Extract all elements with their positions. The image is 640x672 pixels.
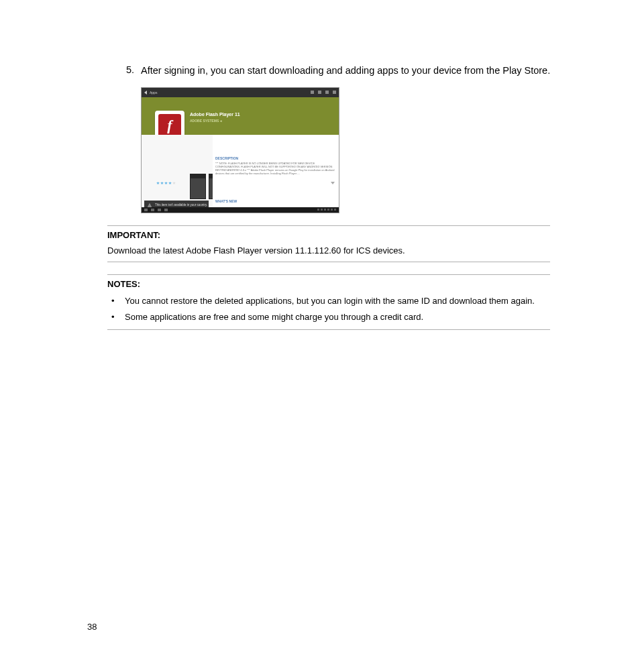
divider [107, 262, 550, 262]
download-icon [311, 91, 314, 94]
important-text: Download the latest Adobe Flash Player v… [107, 244, 553, 258]
notes-label: NOTES: [107, 279, 553, 289]
share-icon [325, 91, 329, 94]
battery-icon [331, 209, 333, 211]
search-icon [318, 91, 321, 94]
description-text: *** NOTE: FLASH PLAYER IS NO LONGER BEIN… [215, 162, 335, 175]
menu-icon [333, 91, 336, 94]
divider [107, 274, 550, 275]
notes-list: You cannot restore the deleted applicati… [107, 293, 553, 325]
page-number: 38 [87, 622, 97, 632]
star-icon [172, 182, 176, 185]
app-sidebar: This item isn't available in your countr… [142, 135, 213, 207]
important-label: IMPORTANT: [107, 230, 553, 240]
screenshot-icon [164, 209, 168, 211]
app-header: f Adobe Flash Player 11 ADOBE SYSTEMS ◂ [142, 97, 339, 135]
back-chevron-icon [144, 91, 147, 95]
step-5: 5. After signing in, you can start downl… [126, 62, 553, 80]
expand-chevron-icon [331, 182, 335, 184]
app-publisher: ADOBE SYSTEMS ◂ [190, 119, 222, 123]
topbar-label: Apps [150, 91, 157, 95]
recents-icon [158, 209, 161, 211]
star-icon [168, 182, 172, 185]
step-number: 5. [126, 62, 141, 78]
system-navbar [142, 207, 339, 213]
notes-item: You cannot restore the deleted applicati… [107, 293, 553, 309]
star-icon [160, 182, 164, 185]
app-title: Adobe Flash Player 11 [190, 112, 240, 117]
clock-icon [334, 209, 336, 211]
star-icon [164, 182, 168, 185]
flash-f-glyph: f [158, 114, 181, 137]
thumb [190, 174, 206, 199]
description-heading: DESCRIPTION [215, 156, 238, 160]
play-store-screenshot: Apps f Adobe Flash Player 11 ADOBE SYSTE… [141, 87, 339, 213]
back-icon [144, 209, 148, 211]
divider [107, 329, 550, 330]
app-description-panel: DESCRIPTION *** NOTE: FLASH PLAYER IS NO… [213, 135, 339, 207]
star-icon [156, 182, 160, 185]
topbar-actions [311, 91, 336, 94]
manual-page: 5. After signing in, you can start downl… [0, 0, 640, 672]
home-icon [151, 209, 154, 211]
notes-item: Some applications are free and some migh… [107, 309, 553, 325]
step-text: After signing in, you can start download… [141, 62, 553, 80]
whats-new-heading: WHAT'S NEW [215, 199, 237, 203]
rating-stars [156, 182, 176, 185]
screenshot-topbar: Apps [142, 88, 339, 97]
divider [107, 225, 550, 226]
wifi-icon [327, 209, 329, 211]
status-icon [324, 209, 326, 211]
status-icon [321, 209, 323, 211]
status-icon [317, 209, 319, 211]
